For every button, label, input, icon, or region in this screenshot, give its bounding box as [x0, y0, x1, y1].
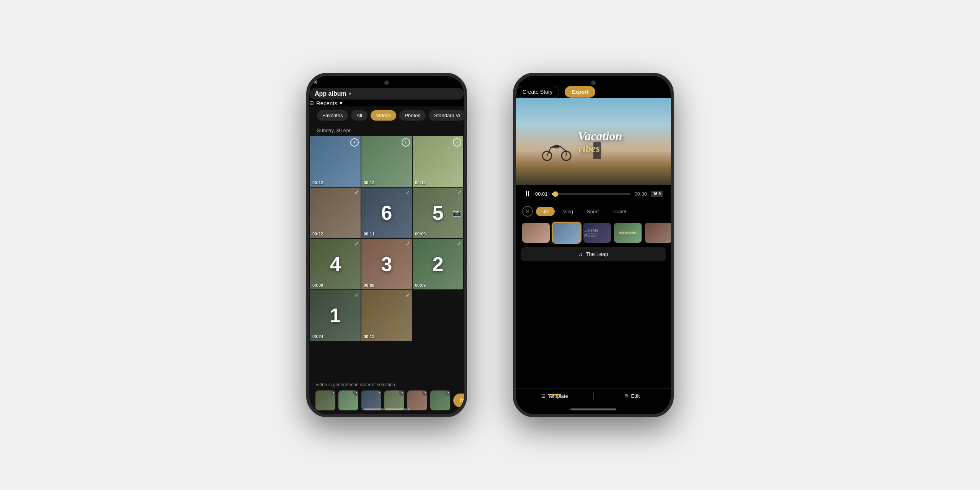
add-icon: +: [453, 138, 461, 147]
pause-button[interactable]: ⏸: [524, 189, 531, 198]
grid-item[interactable]: 00:12 ⤢: [310, 188, 361, 238]
photo-grid-inner: 00:12 + 00:12 + 00:12 + 00:12 ⤢: [309, 136, 464, 341]
music-title: The Leap: [586, 251, 608, 257]
grid-item-6[interactable]: 6 00:11 ⤢: [361, 188, 412, 238]
duration-badge: 00:12: [364, 180, 374, 185]
grid-item[interactable]: 00:12 +: [413, 136, 463, 187]
add-icon: +: [350, 138, 359, 147]
template-item[interactable]: [522, 223, 550, 243]
filter-videos[interactable]: Videos: [371, 110, 397, 121]
album-label: App album: [315, 90, 346, 97]
selection-thumb[interactable]: ×: [384, 390, 404, 410]
grid-item-2[interactable]: 2 00:09 ⤢: [413, 239, 463, 289]
media-picker-header: × App album ▾ ⊟ Recents ▾: [309, 76, 464, 106]
svg-point-2: [554, 145, 560, 149]
selection-thumb[interactable]: ×: [338, 390, 358, 410]
filter-all[interactable]: All: [351, 110, 367, 121]
music-bar[interactable]: ♫ The Leap: [521, 247, 666, 261]
album-selector[interactable]: App album ▾: [309, 88, 464, 100]
grid-item[interactable]: 00:13 ⤢: [361, 290, 412, 341]
expand-icon: ⤢: [457, 189, 461, 195]
remove-selection-button[interactable]: ×: [353, 390, 358, 396]
grid-item-3[interactable]: 3 00:09 ⤢: [361, 239, 412, 289]
next-button[interactable]: Next(6): [453, 394, 464, 407]
category-travel[interactable]: Travel: [607, 207, 632, 216]
phone-media-picker: × App album ▾ ⊟ Recents ▾ Favorites All …: [306, 73, 467, 417]
selection-thumb[interactable]: ×: [315, 390, 335, 410]
total-time: 00:30: [634, 191, 647, 197]
recents-selector[interactable]: ⊟ Recents ▾: [309, 100, 464, 106]
template-item[interactable]: WEEKEND: [614, 223, 642, 243]
grid-item-empty: [413, 290, 463, 341]
grid-item[interactable]: 00:12 +: [361, 136, 412, 187]
template-item-selected[interactable]: [553, 223, 580, 243]
recents-icon: ⊟: [309, 100, 314, 106]
tab-template[interactable]: ⊡ Template: [516, 389, 593, 403]
grid-item-5[interactable]: 5 00:09 ⤢ 📷: [413, 188, 463, 238]
style-categories: ⊘ Life Vlog Sport Travel: [516, 203, 671, 220]
phone1-screen: × App album ▾ ⊟ Recents ▾ Favorites All …: [309, 76, 464, 414]
filter-photos[interactable]: Photos: [399, 110, 425, 121]
duration-badge: 00:09: [415, 232, 426, 236]
duration-badge: 00:09: [364, 283, 374, 287]
phone2-screen: ← Create Story Export Vacation vibes: [516, 76, 671, 414]
current-time: 00:01: [535, 191, 548, 197]
template-item[interactable]: URBAN VIDEO: [583, 223, 611, 243]
thumb: 4: [310, 239, 361, 289]
video-preview: Vacation vibes: [516, 98, 671, 185]
duration-badge: 00:11: [364, 232, 374, 236]
duration-badge: 00:13: [364, 334, 374, 339]
filter-favorites[interactable]: Favorites: [317, 110, 348, 121]
phone-editor: ← Create Story Export Vacation vibes: [513, 73, 674, 417]
media-grid: 00:12 + 00:12 + 00:12 + 00:12 ⤢: [309, 136, 464, 378]
grid-item-4[interactable]: 4 00:09 ⤢: [310, 239, 361, 289]
duration-badge: 00:12: [312, 180, 323, 185]
add-icon: +: [402, 138, 410, 147]
template-item[interactable]: [645, 223, 671, 243]
duration-badge: 00:09: [312, 283, 323, 287]
tab-edit[interactable]: ✎ Edit: [594, 389, 671, 403]
expand-icon: ⤢: [354, 241, 359, 247]
progress-track[interactable]: [552, 193, 631, 195]
remove-selection-button[interactable]: ×: [376, 390, 381, 396]
close-button[interactable]: ×: [309, 76, 322, 88]
recents-label: Recents: [316, 100, 337, 106]
thumb: [310, 188, 361, 238]
expand-icon: ⤢: [354, 292, 359, 298]
grid-item[interactable]: 00:12 +: [310, 136, 361, 187]
progress-thumb[interactable]: [553, 191, 558, 197]
remove-selection-button[interactable]: ×: [422, 390, 427, 396]
motorcycle-icon: [539, 140, 574, 161]
back-button[interactable]: ←: [516, 76, 671, 86]
expand-icon: ⤢: [354, 189, 359, 195]
selection-number: 1: [330, 304, 341, 327]
no-style-icon[interactable]: ⊘: [522, 206, 533, 217]
selection-thumb[interactable]: ×: [407, 390, 427, 410]
selection-number: 6: [381, 201, 392, 224]
aspect-ratio-badge: 16:9: [651, 191, 663, 197]
remove-selection-button[interactable]: ×: [330, 390, 335, 396]
selection-thumb[interactable]: ×: [430, 390, 450, 410]
duration-badge: 00:09: [415, 283, 426, 287]
recents-chevron-icon: ▾: [340, 100, 343, 106]
music-icon: ♫: [578, 251, 583, 257]
filter-standard[interactable]: Standard Vi: [429, 110, 464, 121]
category-life[interactable]: Life: [536, 207, 555, 216]
grid-item-1[interactable]: 1 00:24 ⤢: [310, 290, 361, 341]
remove-selection-button[interactable]: ×: [445, 390, 450, 396]
expand-icon: ⤢: [457, 241, 461, 247]
playback-bar: ⏸ 00:01 00:30 16:9: [516, 185, 671, 203]
expand-icon: ⤢: [406, 241, 410, 247]
expand-icon: ⤢: [406, 292, 410, 298]
filter-tabs-bar: Favorites All Videos Photos Standard Vi: [309, 106, 464, 124]
export-button[interactable]: Export: [565, 86, 595, 98]
selection-number: 5: [433, 201, 444, 224]
category-vlog[interactable]: Vlog: [558, 207, 578, 216]
category-sport[interactable]: Sport: [581, 207, 604, 216]
remove-selection-button[interactable]: ×: [399, 390, 404, 396]
thumb: 6: [361, 188, 412, 238]
duration-badge: 00:12: [312, 232, 323, 236]
create-story-button[interactable]: Create Story: [516, 86, 559, 98]
thumb: 2: [413, 239, 463, 289]
selection-thumb[interactable]: ×: [361, 390, 381, 410]
